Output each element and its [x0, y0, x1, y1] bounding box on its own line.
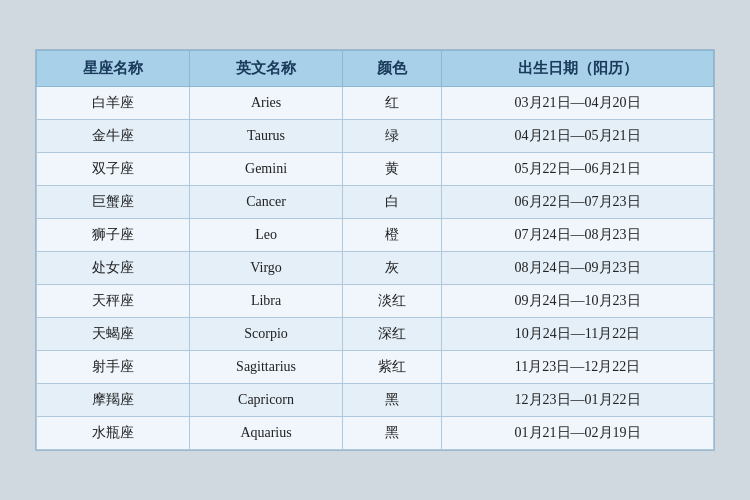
header-color: 颜色 — [343, 51, 442, 87]
cell-chinese-name: 金牛座 — [37, 120, 190, 153]
table-row: 天秤座Libra淡红09月24日—10月23日 — [37, 285, 714, 318]
cell-dates: 12月23日—01月22日 — [442, 384, 714, 417]
cell-english-name: Gemini — [190, 153, 343, 186]
cell-dates: 01月21日—02月19日 — [442, 417, 714, 450]
zodiac-table: 星座名称 英文名称 颜色 出生日期（阳历） 白羊座Aries红03月21日—04… — [36, 50, 714, 450]
header-chinese-name: 星座名称 — [37, 51, 190, 87]
table-body: 白羊座Aries红03月21日—04月20日金牛座Taurus绿04月21日—0… — [37, 87, 714, 450]
cell-chinese-name: 巨蟹座 — [37, 186, 190, 219]
cell-dates: 04月21日—05月21日 — [442, 120, 714, 153]
cell-chinese-name: 狮子座 — [37, 219, 190, 252]
cell-dates: 06月22日—07月23日 — [442, 186, 714, 219]
header-dates: 出生日期（阳历） — [442, 51, 714, 87]
table-header-row: 星座名称 英文名称 颜色 出生日期（阳历） — [37, 51, 714, 87]
cell-english-name: Virgo — [190, 252, 343, 285]
table-row: 金牛座Taurus绿04月21日—05月21日 — [37, 120, 714, 153]
cell-color: 红 — [343, 87, 442, 120]
cell-english-name: Scorpio — [190, 318, 343, 351]
cell-color: 黄 — [343, 153, 442, 186]
zodiac-table-container: 星座名称 英文名称 颜色 出生日期（阳历） 白羊座Aries红03月21日—04… — [35, 49, 715, 451]
cell-english-name: Taurus — [190, 120, 343, 153]
table-row: 巨蟹座Cancer白06月22日—07月23日 — [37, 186, 714, 219]
cell-dates: 09月24日—10月23日 — [442, 285, 714, 318]
table-row: 摩羯座Capricorn黑12月23日—01月22日 — [37, 384, 714, 417]
cell-dates: 05月22日—06月21日 — [442, 153, 714, 186]
table-row: 白羊座Aries红03月21日—04月20日 — [37, 87, 714, 120]
table-row: 射手座Sagittarius紫红11月23日—12月22日 — [37, 351, 714, 384]
table-row: 双子座Gemini黄05月22日—06月21日 — [37, 153, 714, 186]
cell-color: 紫红 — [343, 351, 442, 384]
header-english-name: 英文名称 — [190, 51, 343, 87]
cell-chinese-name: 射手座 — [37, 351, 190, 384]
cell-chinese-name: 天秤座 — [37, 285, 190, 318]
cell-english-name: Sagittarius — [190, 351, 343, 384]
cell-chinese-name: 摩羯座 — [37, 384, 190, 417]
cell-dates: 10月24日—11月22日 — [442, 318, 714, 351]
cell-color: 淡红 — [343, 285, 442, 318]
cell-color: 绿 — [343, 120, 442, 153]
cell-dates: 07月24日—08月23日 — [442, 219, 714, 252]
cell-dates: 03月21日—04月20日 — [442, 87, 714, 120]
cell-chinese-name: 白羊座 — [37, 87, 190, 120]
cell-color: 白 — [343, 186, 442, 219]
cell-color: 黑 — [343, 384, 442, 417]
cell-color: 深红 — [343, 318, 442, 351]
cell-english-name: Libra — [190, 285, 343, 318]
cell-color: 橙 — [343, 219, 442, 252]
cell-chinese-name: 水瓶座 — [37, 417, 190, 450]
cell-chinese-name: 处女座 — [37, 252, 190, 285]
table-row: 狮子座Leo橙07月24日—08月23日 — [37, 219, 714, 252]
table-row: 水瓶座Aquarius黑01月21日—02月19日 — [37, 417, 714, 450]
cell-color: 黑 — [343, 417, 442, 450]
cell-color: 灰 — [343, 252, 442, 285]
cell-english-name: Leo — [190, 219, 343, 252]
cell-english-name: Capricorn — [190, 384, 343, 417]
table-row: 处女座Virgo灰08月24日—09月23日 — [37, 252, 714, 285]
cell-chinese-name: 双子座 — [37, 153, 190, 186]
cell-dates: 08月24日—09月23日 — [442, 252, 714, 285]
cell-chinese-name: 天蝎座 — [37, 318, 190, 351]
cell-english-name: Cancer — [190, 186, 343, 219]
cell-english-name: Aries — [190, 87, 343, 120]
table-row: 天蝎座Scorpio深红10月24日—11月22日 — [37, 318, 714, 351]
cell-dates: 11月23日—12月22日 — [442, 351, 714, 384]
cell-english-name: Aquarius — [190, 417, 343, 450]
